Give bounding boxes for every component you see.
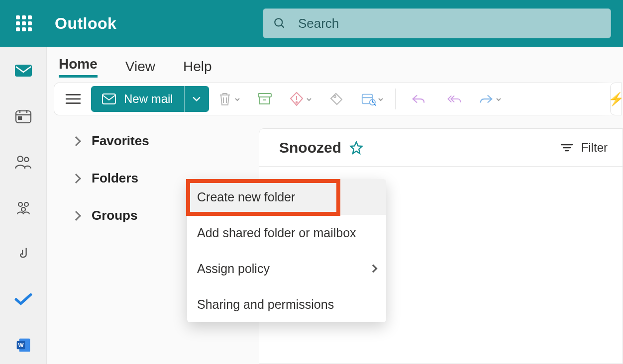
svg-point-26 (334, 95, 336, 97)
forward-button[interactable] (474, 91, 506, 106)
svg-rect-22 (258, 93, 271, 97)
new-mail-dropdown[interactable] (184, 86, 209, 112)
folder-favorites[interactable]: Favorites (73, 133, 259, 149)
ribbon-toolbar: New mail (54, 83, 616, 115)
menu-item-label: Add shared folder or mailbox (197, 226, 356, 240)
left-rail: W (0, 47, 47, 364)
svg-rect-2 (15, 65, 32, 77)
menu-create-new-folder[interactable]: Create new folder (187, 179, 386, 215)
svg-point-12 (21, 207, 25, 211)
rail-word-icon[interactable]: W (12, 336, 34, 354)
menu-item-label: Sharing and permissions (197, 297, 334, 312)
tab-home[interactable]: Home (59, 56, 98, 78)
delete-button[interactable] (213, 91, 245, 106)
menu-item-label: Create new folder (197, 190, 295, 204)
search-input[interactable] (298, 16, 601, 31)
chevron-down-icon (378, 94, 384, 103)
svg-point-9 (24, 158, 28, 162)
report-button[interactable] (285, 91, 316, 106)
app-launcher-icon[interactable] (16, 15, 32, 31)
filter-label: Filter (581, 141, 608, 155)
reply-button[interactable] (403, 91, 434, 106)
svg-text:W: W (18, 342, 23, 348)
svg-point-0 (275, 18, 282, 26)
title-bar: Outlook (0, 0, 623, 47)
svg-point-10 (18, 202, 22, 206)
hamburger-icon[interactable] (59, 93, 87, 105)
svg-rect-7 (18, 117, 21, 119)
menu-assign-policy[interactable]: Assign policy (187, 251, 386, 286)
svg-point-25 (296, 102, 297, 103)
tag-button[interactable] (320, 91, 352, 106)
svg-rect-19 (103, 94, 115, 104)
search-box[interactable] (263, 8, 611, 38)
rail-groups-icon[interactable] (12, 199, 34, 217)
pane-header: Snoozed Filter (259, 129, 623, 167)
svg-line-1 (281, 25, 284, 27)
rail-people-icon[interactable] (12, 153, 34, 171)
quick-steps-button[interactable]: ⚡ (610, 83, 622, 115)
chevron-down-icon (496, 94, 502, 103)
tab-help[interactable]: Help (183, 59, 212, 78)
ribbon-tabs: Home View Help (47, 47, 623, 78)
new-mail-button[interactable]: New mail (91, 86, 184, 112)
rail-todo-icon[interactable] (12, 290, 34, 308)
chevron-right-icon (71, 174, 81, 183)
favorite-star-icon[interactable] (349, 141, 363, 155)
rail-files-icon[interactable] (12, 245, 34, 263)
menu-item-label: Assign policy (197, 262, 270, 276)
filter-button[interactable]: Filter (560, 141, 608, 155)
rail-mail-icon[interactable] (12, 62, 34, 80)
tab-view[interactable]: View (125, 59, 155, 78)
bolt-icon: ⚡ (608, 91, 623, 107)
folders-context-menu: Create new folder Add shared folder or m… (187, 179, 386, 322)
menu-sharing-permissions[interactable]: Sharing and permissions (187, 286, 386, 322)
search-icon (273, 16, 286, 30)
new-mail-label: New mail (124, 92, 173, 106)
svg-point-11 (24, 202, 28, 206)
folder-label: Folders (92, 171, 138, 186)
chevron-right-icon (71, 211, 81, 221)
folder-label: Favorites (92, 133, 149, 149)
archive-button[interactable] (249, 91, 281, 106)
chevron-down-icon (306, 94, 312, 103)
divider (395, 89, 396, 109)
chevron-right-icon (369, 265, 378, 273)
chevron-down-icon (234, 94, 240, 103)
folder-label: Groups (92, 208, 137, 223)
app-name: Outlook (55, 14, 116, 33)
pane-title: Snoozed (279, 139, 341, 156)
svg-point-8 (17, 156, 23, 162)
rail-calendar-icon[interactable] (12, 107, 34, 125)
menu-add-shared-folder[interactable]: Add shared folder or mailbox (187, 215, 386, 251)
chevron-right-icon (71, 136, 81, 146)
reply-all-button[interactable] (438, 91, 470, 106)
snooze-button[interactable] (356, 91, 388, 106)
filter-icon (560, 143, 573, 153)
